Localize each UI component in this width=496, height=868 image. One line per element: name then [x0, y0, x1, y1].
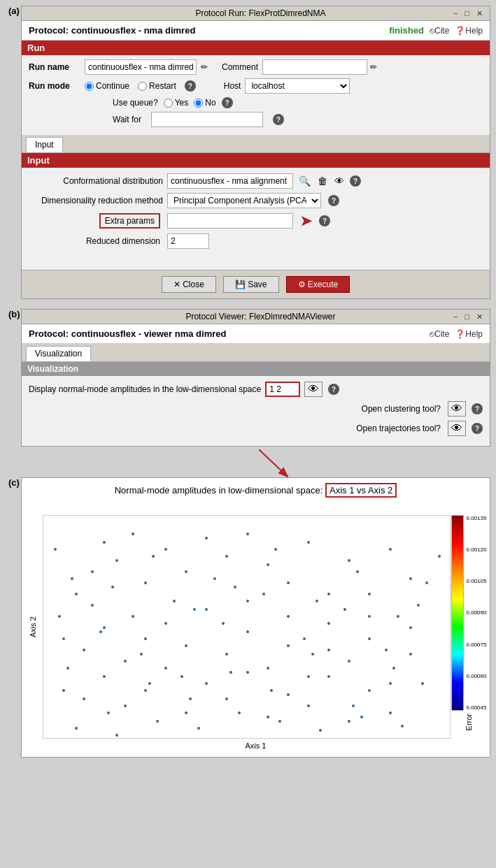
viz-tab[interactable]: Visualization: [26, 346, 91, 361]
dimred-help-icon[interactable]: ?: [328, 195, 339, 206]
view-icon[interactable]: 👁: [333, 175, 346, 187]
trajectories-eye-button[interactable]: 👁: [448, 421, 466, 436]
minimize-button[interactable]: −: [452, 9, 459, 17]
b-cite-link[interactable]: ⎋Cite: [430, 329, 449, 339]
b-minimize-button[interactable]: −: [452, 312, 459, 321]
extra-params-label: Extra params: [99, 213, 160, 229]
scatter-dot: [287, 615, 290, 618]
scatter-dot: [262, 593, 265, 595]
scatter-dot: [225, 697, 228, 700]
trajectories-help-icon[interactable]: ?: [472, 423, 483, 434]
trajectories-row: Open trajectories tool? 👁 ?: [29, 421, 483, 436]
save-button[interactable]: 💾 Save: [223, 276, 279, 293]
scatter-dot: [225, 653, 228, 656]
dimred-row: Dimensionality reduction method Principa…: [30, 193, 481, 208]
restart-radio[interactable]: Restart: [138, 81, 176, 91]
scatter-dot: [401, 725, 404, 728]
scatter-dot: [360, 716, 363, 718]
b-maximize-button[interactable]: □: [463, 312, 471, 321]
clustering-help-icon[interactable]: ?: [472, 403, 483, 414]
close-button[interactable]: ✕: [475, 9, 484, 18]
y-axis-label: Axis 2: [29, 515, 38, 739]
scatter-plot: [43, 515, 451, 739]
scatter-dot: [274, 548, 277, 551]
scatter-dot: [246, 630, 249, 633]
b-help-link[interactable]: ❓Help: [455, 329, 483, 339]
continue-radio[interactable]: Continue: [85, 81, 129, 91]
waitfor-help-icon[interactable]: ?: [273, 114, 284, 125]
delete-icon[interactable]: 🗑: [316, 175, 329, 187]
scatter-dot: [115, 559, 118, 562]
comment-edit-icon[interactable]: ✏: [370, 62, 377, 72]
clustering-eye-button[interactable]: 👁: [448, 401, 466, 417]
host-select[interactable]: localhost: [245, 78, 350, 94]
execute-button[interactable]: ⚙ Execute: [286, 276, 350, 293]
bottom-buttons: ✕ Close 💾 Save ⚙ Execute: [22, 270, 490, 298]
display-eye-button[interactable]: 👁: [304, 382, 323, 397]
reduced-dim-label: Reduced dimension: [30, 236, 163, 246]
extra-params-help-icon[interactable]: ?: [319, 215, 330, 226]
reduced-dim-input[interactable]: [167, 233, 209, 249]
scatter-dot: [307, 675, 310, 678]
input-tabs: Input: [22, 135, 490, 153]
scatter-dot: [83, 649, 85, 651]
wait-for-input[interactable]: [151, 112, 263, 127]
scatter-dot: [83, 697, 85, 700]
dimred-select[interactable]: Principal Component Analysis (PCA): [167, 193, 321, 208]
scatter-dot: [132, 533, 134, 535]
scatter-dot: [152, 555, 155, 558]
panel-b-titlebar: Protocol Viewer: FlexDimredNMAViewer − □…: [22, 310, 490, 324]
input-tab[interactable]: Input: [26, 137, 63, 152]
scatter-dot: [238, 711, 241, 714]
display-help-icon[interactable]: ?: [328, 384, 339, 395]
arrow-right-icon: ➤: [300, 212, 312, 229]
queue-help-icon[interactable]: ?: [222, 97, 233, 108]
maximize-button[interactable]: □: [463, 9, 471, 17]
help-link[interactable]: ❓Help: [455, 26, 483, 36]
no-radio[interactable]: No: [194, 98, 215, 108]
search-icon[interactable]: 🔍: [297, 175, 312, 187]
scatter-dot: [348, 660, 350, 663]
x-axis-label: Axis 1: [29, 742, 483, 750]
colorbar: [451, 515, 464, 711]
run-name-input[interactable]: [85, 59, 197, 75]
scatter-dot: [389, 682, 392, 685]
run-name-edit-icon[interactable]: ✏: [201, 62, 208, 72]
close-button[interactable]: ✕ Close: [162, 276, 216, 293]
yes-radio[interactable]: Yes: [164, 98, 189, 108]
scatter-dot: [307, 704, 310, 707]
colorbar-tick: 0.00120: [467, 547, 487, 553]
colorbar-tick: 0.00075: [467, 642, 487, 648]
clustering-row: Open clustering tool? 👁 ?: [29, 401, 483, 417]
scatter-dot: [140, 653, 143, 656]
extra-params-outer-label: Extra params: [30, 216, 163, 226]
clustering-label: Open clustering tool?: [362, 404, 441, 414]
comment-input[interactable]: [262, 59, 367, 75]
runmode-help-icon[interactable]: ?: [185, 80, 196, 92]
display-axes-input[interactable]: [265, 382, 300, 397]
scatter-dot: [115, 734, 118, 737]
scatter-dot: [222, 622, 225, 625]
scatter-dot: [107, 711, 110, 714]
scatter-dot: [327, 593, 330, 595]
conformational-label: Conformational distribution: [30, 176, 163, 186]
run-mode-label: Run mode: [29, 81, 85, 91]
b-close-button[interactable]: ✕: [475, 312, 484, 321]
cite-link[interactable]: ⎋Cite: [430, 26, 449, 36]
conformational-input[interactable]: [167, 173, 293, 189]
panel-c-chart: Normal-mode amplitudes in low-dimensiona…: [21, 477, 490, 758]
scatter-dot: [246, 533, 249, 535]
scatter-dot: [307, 541, 310, 544]
scatter-dot: [144, 637, 147, 640]
scatter-dot: [75, 593, 78, 595]
run-name-row: Run name ✏ Comment ✏: [29, 59, 483, 75]
scatter-dot: [144, 689, 147, 692]
display-label: Display normal-mode amplitudes in the lo…: [29, 384, 261, 394]
scatter-dot: [368, 615, 371, 618]
colorbar-tick: 0.00105: [467, 578, 487, 584]
scatter-dot: [111, 586, 114, 588]
conformational-help-icon[interactable]: ?: [350, 175, 361, 187]
run-name-label: Run name: [29, 62, 85, 72]
extra-params-input[interactable]: [167, 213, 293, 229]
scatter-dot: [54, 548, 57, 551]
